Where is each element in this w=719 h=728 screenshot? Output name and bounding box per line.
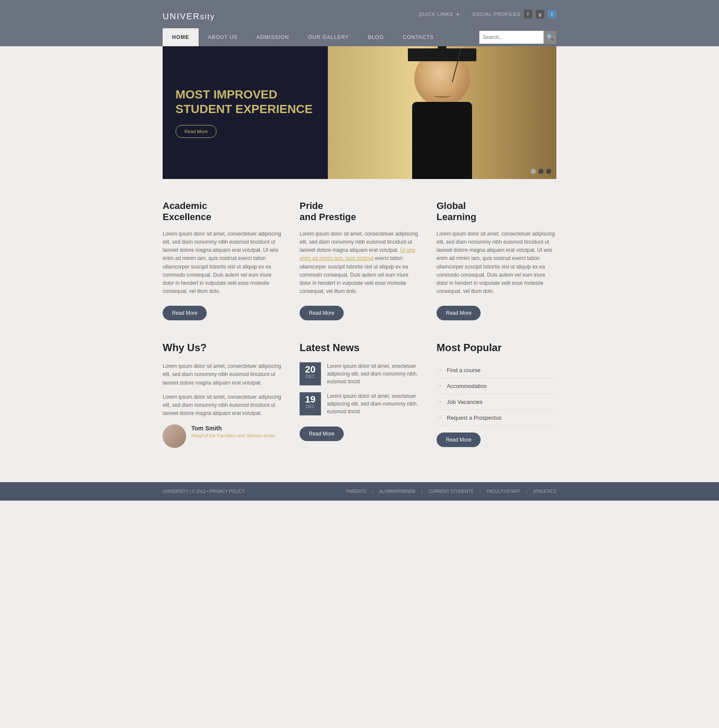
nav-contacts[interactable]: CONTACTS — [393, 28, 443, 46]
news-month-2: DEC — [304, 404, 317, 409]
avatar-image — [163, 424, 186, 448]
hero-section: MOST IMPROVED STUDENT EXPERIENCE Read Mo… — [163, 46, 556, 179]
feature-global-body: Lorem ipsum dolor sit amet, consectetuer… — [437, 230, 556, 296]
slider-dot-2[interactable] — [538, 169, 544, 174]
person-name: Tom Smith — [191, 425, 222, 432]
features-section: AcademicExcellence Lorem ipsum dolor sit… — [163, 200, 556, 320]
person-title: Head of the Faculties and Service areas — [191, 433, 275, 438]
popular-read-more-button[interactable]: Read More — [437, 433, 481, 447]
footer-link-students[interactable]: CURRENT STUDENTS — [428, 489, 473, 494]
slider-dot-1[interactable] — [531, 169, 536, 174]
footer-links: PARENTS | ALUMNI/FRIENDS | CURRENT STUDE… — [346, 489, 556, 494]
news-date-2: 19 DEC — [300, 392, 321, 415]
feature-academic-body: Lorem ipsum dolor sit amet, consectetuer… — [163, 230, 282, 296]
site-footer: UNIVERSITY | © 2013 • PRIVACY POLICY PAR… — [0, 482, 719, 501]
arrow-icon-4: → — [437, 414, 443, 421]
social-profiles-label: SOCIAL PROFILES — [472, 12, 520, 17]
why-us-para1: Lorem ipsum dolor sit amet, consectetuer… — [163, 362, 282, 387]
search-input[interactable] — [479, 33, 544, 42]
feature-academic: AcademicExcellence Lorem ipsum dolor sit… — [163, 200, 282, 320]
news-date-1: 20 DEC — [300, 362, 321, 385]
most-popular-section: Most Popular → Find a course → Accommoda… — [437, 342, 556, 448]
footer-link-faculty[interactable]: FACULTY/STAFF — [487, 489, 520, 494]
search-button[interactable]: 🔍 — [544, 31, 556, 44]
quick-links[interactable]: QUICK LINKS ▾ — [419, 12, 460, 17]
news-day-2: 19 — [304, 395, 317, 404]
why-us-title: Why Us? — [163, 342, 282, 354]
graduate-figure — [395, 46, 489, 179]
graduate-image — [328, 46, 556, 179]
slider-dots — [531, 169, 551, 174]
social-profiles: SOCIAL PROFILES f g t — [472, 10, 556, 18]
nav-search-box: 🔍 — [479, 31, 556, 44]
news-read-more-button[interactable]: Read More — [300, 427, 344, 441]
grad-cap-stem — [438, 46, 446, 59]
nav-about[interactable]: ABOUT US — [199, 28, 247, 46]
news-day-1: 20 — [304, 365, 317, 374]
popular-item-1[interactable]: → Find a course — [437, 362, 556, 378]
news-text-1: Lorem ipsum dolor sit amet, onectetuer a… — [327, 362, 419, 385]
nav-home[interactable]: HOME — [163, 28, 199, 46]
popular-label-1: Find a course — [447, 367, 481, 373]
search-icon: 🔍 — [547, 34, 554, 41]
feature-pride-link[interactable]: Ut wisi enim ad minim iam, quis nostrud — [300, 247, 415, 261]
slider-dot-3[interactable] — [546, 169, 551, 174]
footer-link-parents[interactable]: PARENTS — [346, 489, 366, 494]
main-content: AcademicExcellence Lorem ipsum dolor sit… — [163, 179, 556, 482]
hero-slider: MOST IMPROVED STUDENT EXPERIENCE Read Mo… — [163, 46, 556, 179]
feature-pride-body: Lorem ipsum dolor sit amet, consectetuer… — [300, 230, 419, 296]
footer-copyright: UNIVERSITY | © 2013 • PRIVACY POLICY — [163, 489, 245, 494]
lower-section: Why Us? Lorem ipsum dolor sit amet, cons… — [163, 342, 556, 465]
site-logo: UNIVERsity — [163, 5, 215, 23]
popular-item-2[interactable]: → Accommodation — [437, 378, 556, 394]
avatar — [163, 424, 186, 448]
news-month-1: DEC — [304, 374, 317, 379]
why-us-para2: Lorem ipsum dolor sit amet, consectetuer… — [163, 393, 282, 418]
facebook-icon[interactable]: f — [524, 10, 532, 18]
hero-image-panel — [328, 46, 556, 179]
footer-link-alumni[interactable]: ALUMNI/FRIENDS — [379, 489, 415, 494]
arrow-icon-3: → — [437, 398, 443, 405]
nav-blog[interactable]: BLOG — [359, 28, 393, 46]
most-popular-title: Most Popular — [437, 342, 556, 354]
feature-global-title: GlobalLearning — [437, 200, 556, 223]
feature-global: GlobalLearning Lorem ipsum dolor sit ame… — [437, 200, 556, 320]
testimonial-text: Tom Smith Head of the Faculties and Serv… — [191, 424, 275, 438]
popular-item-4[interactable]: → Request a Prospectus — [437, 410, 556, 426]
news-item-1: 20 DEC Lorem ipsum dolor sit amet, onect… — [300, 362, 419, 385]
google-icon[interactable]: g — [536, 10, 544, 18]
popular-label-3: Job Vacancies — [447, 399, 483, 405]
hero-text-panel: MOST IMPROVED STUDENT EXPERIENCE Read Mo… — [163, 46, 328, 179]
nav-admission[interactable]: ADMISSION — [247, 28, 298, 46]
main-nav: HOME ABOUT US ADMISSION OUR GALLERY BLOG… — [0, 28, 719, 46]
nav-gallery[interactable]: OUR GALLERY — [298, 28, 358, 46]
feature-pride: Prideand Prestige Lorem ipsum dolor sit … — [300, 200, 419, 320]
why-us-section: Why Us? Lorem ipsum dolor sit amet, cons… — [163, 342, 282, 448]
testimonial: Tom Smith Head of the Faculties and Serv… — [163, 424, 282, 448]
popular-item-3[interactable]: → Job Vacancies — [437, 394, 556, 410]
site-header: UNIVERsity QUICK LINKS ▾ SOCIAL PROFILES… — [0, 0, 719, 28]
feature-global-read-more[interactable]: Read More — [437, 306, 481, 320]
feature-pride-read-more[interactable]: Read More — [300, 306, 344, 320]
grad-smile — [434, 93, 451, 98]
news-text-2: Lorem ipsum dolor sit amet, onectetuer a… — [327, 392, 419, 415]
arrow-icon-2: → — [437, 382, 443, 389]
feature-academic-read-more[interactable]: Read More — [163, 306, 207, 320]
latest-news-section: Latest News 20 DEC Lorem ipsum dolor sit… — [300, 342, 419, 448]
grad-robe — [412, 102, 472, 179]
nav-items: HOME ABOUT US ADMISSION OUR GALLERY BLOG… — [163, 28, 443, 46]
feature-academic-title: AcademicExcellence — [163, 200, 282, 223]
popular-label-2: Accommodation — [447, 383, 487, 389]
news-item-2: 19 DEC Lorem ipsum dolor sit amet, onect… — [300, 392, 419, 415]
hero-read-more-button[interactable]: Read More — [175, 125, 217, 138]
twitter-icon[interactable]: t — [548, 10, 556, 18]
header-right: QUICK LINKS ▾ SOCIAL PROFILES f g t — [419, 10, 556, 18]
footer-link-athletics[interactable]: ATHLETICS — [533, 489, 556, 494]
popular-label-4: Request a Prospectus — [447, 415, 502, 421]
feature-pride-title: Prideand Prestige — [300, 200, 419, 223]
arrow-icon-1: → — [437, 367, 443, 373]
chevron-down-icon: ▾ — [457, 12, 460, 17]
logo-sub: sity — [200, 12, 215, 21]
latest-news-title: Latest News — [300, 342, 419, 354]
hero-title: MOST IMPROVED STUDENT EXPERIENCE — [175, 87, 315, 116]
